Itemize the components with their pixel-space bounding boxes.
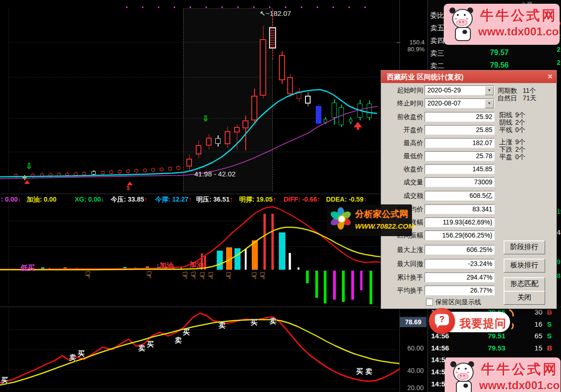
dialog-field-value[interactable]: 25.85	[425, 125, 495, 135]
candle	[168, 167, 172, 170]
histogram-bar	[342, 271, 345, 302]
candle	[92, 171, 96, 175]
candle	[339, 107, 344, 125]
dialog-field-label: 累计换手	[381, 273, 423, 282]
close-icon[interactable]: ×	[547, 72, 553, 82]
indicator-line	[0, 313, 399, 383]
dialog-field-date[interactable]: 2020-08-07▼	[425, 98, 495, 108]
histogram-bar	[298, 267, 299, 270]
ticker-price: 79.53	[476, 344, 505, 352]
dropdown-arrow-button[interactable]: ▼	[485, 99, 494, 108]
indicator-value: : 0.00↓	[1, 196, 21, 203]
dialog-field-value[interactable]: 182.07	[425, 138, 495, 148]
niuniu-watermark-bottom: 牛牛公式网 www.tdx001.com	[445, 357, 561, 392]
dropdown-arrow-button[interactable]: ▼	[485, 86, 494, 95]
cow-part	[462, 30, 467, 34]
flower-center	[338, 215, 346, 223]
question-circle-icon: ?	[429, 308, 455, 334]
dialog-field-value[interactable]: 26.77%	[425, 286, 495, 295]
checkbox[interactable]	[426, 299, 433, 306]
indicator-value: DIFF: -0.66↑	[284, 196, 320, 203]
dialog-field-value[interactable]: 156.29(606.25%)	[425, 231, 495, 240]
cow-part	[466, 18, 469, 20]
ticker-row: 14:5679.5315B	[427, 344, 561, 356]
dialog-button-1[interactable]: 板块排行	[504, 259, 545, 273]
candle	[305, 96, 311, 104]
histogram-bar	[226, 247, 232, 270]
dotted-line-point	[364, 7, 366, 8]
dialog-field-value[interactable]: 145.85	[425, 164, 495, 174]
cow-part	[457, 373, 469, 380]
trend-arrow-icon: ↓	[18, 196, 21, 203]
histogram-bar	[324, 271, 327, 303]
trend-arrow-icon: ↑	[144, 196, 148, 203]
dialog-field-value[interactable]: 608.5亿	[425, 191, 495, 201]
dialog-field-value[interactable]: 73009	[425, 177, 495, 187]
candle	[260, 39, 266, 96]
dotted-line-point	[269, 7, 270, 8]
candle	[269, 27, 276, 49]
candle	[49, 174, 52, 176]
dialog-field-value[interactable]: 83.341	[425, 204, 495, 214]
dialog-field-value[interactable]: 25.78	[425, 151, 495, 161]
candle	[215, 138, 220, 144]
signal-text: 低买	[21, 264, 35, 273]
dialog-field-value[interactable]: 606.25%	[425, 245, 495, 255]
edge-column-digit: 2	[557, 59, 561, 66]
candle	[135, 169, 138, 172]
candle	[101, 171, 105, 174]
cow-part	[456, 19, 468, 26]
candle	[287, 77, 293, 94]
dialog-field-date[interactable]: 2020-05-29▼	[425, 85, 495, 95]
ask-question-button[interactable]: ? 我要提问	[429, 308, 513, 335]
ticker-direction: B	[547, 344, 552, 352]
indicator-line	[0, 207, 381, 269]
histogram-bar	[204, 256, 206, 270]
signal-text: 加油	[190, 260, 204, 269]
signal-text: ↑加油	[156, 261, 174, 270]
pointing-hand-icon: ☟	[146, 270, 152, 280]
sell-signal-arrow-icon	[24, 180, 30, 184]
dialog-field-value[interactable]: 25.92	[425, 112, 495, 122]
histogram-bar	[360, 271, 362, 290]
cow-part	[455, 27, 471, 41]
histogram-bar	[263, 214, 266, 270]
candle	[118, 170, 121, 173]
histogram-bar	[234, 248, 241, 270]
ticker-direction: B	[547, 308, 552, 316]
order-book-row-label: 委比	[430, 11, 444, 20]
dialog-field-label: 最大回撤	[381, 260, 423, 268]
histogram-bar	[333, 271, 336, 300]
axis-label: 40.00	[402, 367, 424, 374]
dialog-stat-value: 71天	[523, 94, 537, 103]
histogram-bar	[271, 214, 274, 270]
axis-label: 60.00	[402, 344, 424, 352]
ticker-direction: S	[547, 332, 552, 340]
gridline	[9, 370, 398, 370]
dialog-field-value[interactable]: -23.24%	[425, 259, 495, 269]
histogram-bar	[306, 271, 309, 283]
dialog-title[interactable]: 西藏药业 区间统计(复权)	[381, 70, 556, 83]
indicator-value: 明撑: 19.05↑	[239, 196, 276, 204]
dialog-field-value[interactable]: 294.47%	[425, 273, 495, 282]
dotted-line-point	[174, 7, 175, 8]
gridline-vertical	[8, 309, 9, 390]
dialog-button-0[interactable]: 阶段排行	[504, 240, 545, 254]
histogram-bar	[146, 266, 149, 270]
oscillator-panel: 买卖买卖买卖买卖买卖买卖	[0, 307, 427, 392]
pointing-hand-icon: ☟	[199, 271, 205, 280]
candle	[126, 170, 130, 173]
dialog-button-2[interactable]: 形态匹配	[504, 277, 545, 291]
main-candlestick-chart: ⇩⇩↖~182.0741.98 - 42.02$	[0, 0, 427, 194]
dotted-line-point	[348, 7, 350, 8]
histogram-bar	[123, 267, 127, 270]
cow-part	[455, 371, 458, 373]
trade-signal-label: 卖	[270, 317, 277, 326]
dialog-field-value[interactable]: 119.93(462.69%)	[425, 217, 495, 227]
trade-signal-label: 卖	[138, 344, 145, 353]
dividend-mark: $	[127, 185, 130, 191]
histogram-bar	[279, 232, 285, 270]
dotted-line-point	[333, 7, 334, 8]
dialog-button-close[interactable]: 关闭	[504, 291, 545, 305]
dialog-stat-value: 0个	[515, 126, 525, 134]
